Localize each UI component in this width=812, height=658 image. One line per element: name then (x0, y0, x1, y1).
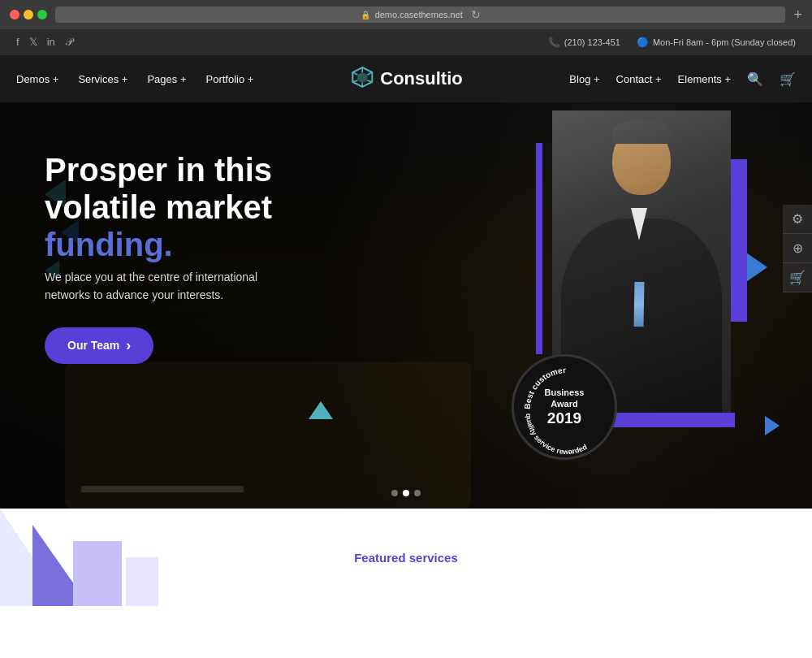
award-title: BusinessAward (545, 387, 585, 410)
logo-text: Consultio (380, 68, 462, 89)
side-panel: ⚙ ⊕ 🛒 (783, 205, 812, 292)
nav-contact[interactable]: Contact + (616, 73, 662, 85)
pinterest-link[interactable]: 𝒫 (65, 36, 72, 49)
hours-info: 🔵 Mon-Fri 8am - 6pm (Sunday closed) (637, 37, 796, 48)
facebook-link[interactable]: f (16, 36, 19, 49)
triangle-right-1 (746, 253, 767, 282)
dot-yellow[interactable] (24, 10, 33, 19)
social-icons: f 𝕏 in 𝒫 (16, 36, 72, 49)
phone-info: 📞 (210) 123-451 (548, 37, 620, 48)
hero-heading-line1: Prosper in this (45, 152, 272, 188)
new-tab-button[interactable]: + (793, 7, 802, 22)
nav-services[interactable]: Services + (78, 73, 127, 85)
nav-portfolio[interactable]: Portfolio + (206, 73, 254, 85)
nav-wrapper: Demos + Services + Pages + Portfolio + C… (16, 55, 796, 102)
award-year: 2019 (545, 409, 585, 427)
blue-bar-right (731, 159, 747, 322)
lock-icon: 🔒 (361, 11, 370, 19)
geo-rectangle-1 (73, 541, 122, 606)
side-panel-globe[interactable]: ⊕ (783, 234, 812, 263)
featured-services-link[interactable]: Featured services (354, 551, 458, 565)
person-tie (634, 282, 645, 327)
award-badge: Best customer quality service rewarded B… (512, 354, 617, 460)
slide-dot-2[interactable] (403, 490, 409, 496)
linkedin-link[interactable]: in (47, 36, 55, 49)
refresh-button[interactable]: ↻ (471, 8, 481, 21)
browser-dots (10, 10, 47, 19)
nav-right: Blog + Contact + Elements + 🔍 🛒 (569, 71, 796, 87)
teal-bar (536, 143, 542, 354)
browser-chrome: 🔒 demo.casethemes.net ↻ + (0, 0, 812, 29)
triangle-teal-mid (309, 401, 333, 419)
phone-icon: 📞 (548, 37, 560, 48)
logo-icon (349, 66, 375, 92)
slide-dot-1[interactable] (391, 490, 398, 496)
award-circle: Best customer quality service rewarded B… (512, 354, 617, 460)
search-icon[interactable]: 🔍 (747, 71, 763, 87)
site-logo[interactable]: Consultio (349, 66, 462, 92)
cta-label: Our Team (67, 339, 119, 352)
hero-content: Prosper in this volatile market funding.… (45, 151, 304, 364)
triangle-right-2 (765, 416, 780, 435)
nav-bar: Demos + Services + Pages + Portfolio + C… (0, 55, 812, 102)
geometric-shapes (0, 509, 179, 606)
url-text: demo.casethemes.net (375, 10, 463, 19)
award-center-text: BusinessAward 2019 (545, 387, 585, 428)
hero-section: Best customer quality service rewarded B… (0, 102, 812, 509)
address-bar[interactable]: 🔒 demo.casethemes.net ↻ (55, 6, 785, 23)
hero-heading-accent: funding. (45, 227, 173, 262)
cta-button[interactable]: Our Team › (45, 327, 153, 364)
bottom-section: Featured services (0, 509, 812, 606)
nav-elements[interactable]: Elements + (678, 73, 731, 85)
dot-red[interactable] (10, 10, 19, 19)
hours-text: Mon-Fri 8am - 6pm (Sunday closed) (653, 37, 796, 47)
top-bar: f 𝕏 in 𝒫 📞 (210) 123-451 🔵 Mon-Fri 8am -… (0, 29, 812, 55)
cart-icon[interactable]: 🛒 (780, 71, 796, 87)
slide-dot-3[interactable] (414, 490, 421, 496)
nav-left: Demos + Services + Pages + Portfolio + (16, 73, 253, 85)
hero-subtext: We place you at the centre of internatio… (45, 268, 304, 305)
hero-heading: Prosper in this volatile market funding. (45, 151, 304, 263)
dot-green[interactable] (37, 10, 47, 19)
laptop-sim (81, 486, 244, 492)
slide-dots (391, 490, 421, 496)
hero-heading-line2: volatile market (45, 189, 272, 225)
twitter-link[interactable]: 𝕏 (29, 36, 37, 49)
nav-blog[interactable]: Blog + (569, 73, 599, 85)
cta-arrow: › (126, 337, 131, 354)
geo-rectangle-2 (126, 557, 158, 606)
top-bar-right: 📞 (210) 123-451 🔵 Mon-Fri 8am - 6pm (Sun… (548, 37, 796, 48)
side-panel-settings[interactable]: ⚙ (783, 205, 812, 234)
side-panel-cart[interactable]: 🛒 (783, 263, 812, 292)
nav-demos[interactable]: Demos + (16, 73, 58, 85)
svg-marker-1 (357, 72, 367, 83)
nav-pages[interactable]: Pages + (147, 73, 186, 85)
hours-icon: 🔵 (637, 37, 649, 48)
person-hair (612, 119, 671, 144)
phone-number: (210) 123-451 (564, 37, 620, 47)
